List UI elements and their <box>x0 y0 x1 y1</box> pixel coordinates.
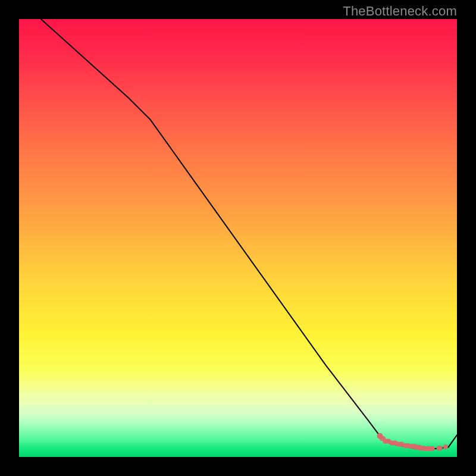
chart-frame: { "watermark": "TheBottleneck.com", "col… <box>0 0 476 476</box>
plot-gradient-area <box>19 19 457 457</box>
watermark-text: TheBottleneck.com <box>343 4 457 19</box>
